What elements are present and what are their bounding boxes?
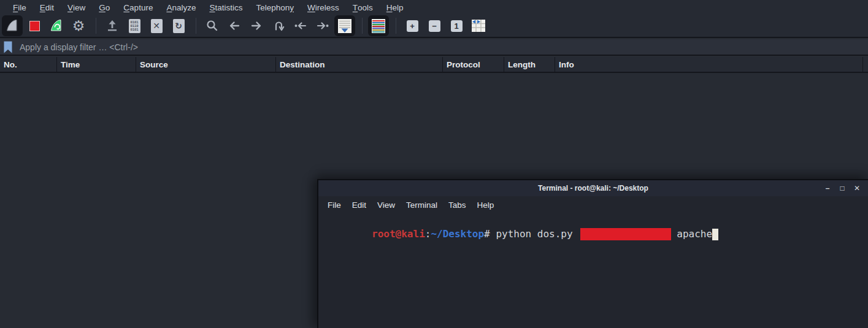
column-header-filler <box>863 57 868 72</box>
binary-file-icon: 010101100101 <box>129 19 140 33</box>
terminal-window: Terminal - root@kali: ~/Desktop – □ ✕ Fi… <box>317 179 868 328</box>
terminal-menu-tabs[interactable]: Tabs <box>443 196 472 213</box>
shark-fin-icon <box>4 18 20 33</box>
menu-view[interactable]: View <box>61 0 92 15</box>
minimize-icon[interactable]: – <box>820 180 835 196</box>
colorize-icon <box>371 18 386 34</box>
find-packet-button[interactable] <box>202 15 223 36</box>
arrow-to-end-icon <box>315 18 330 33</box>
column-header-protocol[interactable]: Protocol <box>443 57 504 72</box>
close-capture-button[interactable]: ✕ <box>146 15 167 36</box>
toolbar-separator <box>396 18 396 34</box>
terminal-menubar: File Edit View Terminal Tabs Help <box>318 196 868 213</box>
capture-options-button[interactable]: ⚙ <box>68 15 89 36</box>
arrow-to-start-icon <box>293 18 308 33</box>
display-filter-input[interactable] <box>13 39 868 55</box>
toolbar-separator <box>196 18 196 34</box>
last-packet-button[interactable] <box>312 15 333 36</box>
prompt-command: python dos.py <box>490 228 573 240</box>
jump-arrow-icon <box>271 18 286 33</box>
stop-capture-button[interactable] <box>24 15 45 36</box>
normal-size-button[interactable]: 1 <box>446 15 467 36</box>
open-capture-button[interactable] <box>102 15 123 36</box>
wireshark-menubar: File Edit View Go Capture Analyze Statis… <box>0 0 868 15</box>
auto-scroll-button[interactable] <box>334 15 355 36</box>
go-forward-button[interactable] <box>246 15 267 36</box>
reload-file-icon: ↻ <box>173 19 185 33</box>
toolbar-separator <box>362 18 363 34</box>
colorize-button[interactable] <box>368 15 389 36</box>
menu-statistics[interactable]: Statistics <box>202 0 249 15</box>
resize-columns-icon <box>470 18 486 33</box>
first-packet-button[interactable] <box>290 15 311 36</box>
packet-list-header: No. Time Source Destination Protocol Len… <box>0 57 868 73</box>
terminal-menu-help[interactable]: Help <box>472 196 500 213</box>
prompt-separator: : <box>425 228 431 240</box>
display-filter-bar <box>0 39 868 56</box>
prompt-path: ~/Desktop <box>431 228 484 240</box>
normal-size-icon: 1 <box>451 20 463 32</box>
prompt-line: root@kali:~/Desktop# python dos.py apach… <box>325 216 868 253</box>
prompt-symbol: # <box>484 228 490 240</box>
terminal-menu-view[interactable]: View <box>372 196 401 213</box>
desktop: File Edit View Go Capture Analyze Statis… <box>0 0 868 328</box>
restart-shark-fin-icon <box>48 18 64 33</box>
go-to-packet-button[interactable] <box>268 15 289 36</box>
close-file-icon: ✕ <box>151 19 163 33</box>
bookmark-icon[interactable] <box>2 40 13 54</box>
restart-capture-button[interactable] <box>46 15 67 36</box>
terminal-window-controls: – □ ✕ <box>820 180 864 196</box>
close-icon[interactable]: ✕ <box>850 180 864 196</box>
column-header-no[interactable]: No. <box>0 57 57 72</box>
redacted-argument-box <box>580 228 671 240</box>
auto-scroll-icon <box>337 18 352 34</box>
reload-capture-button[interactable]: ↻ <box>168 15 189 36</box>
terminal-menu-edit[interactable]: Edit <box>347 196 372 213</box>
menu-edit[interactable]: Edit <box>33 0 61 15</box>
zoom-in-button[interactable]: + <box>402 15 423 36</box>
arrow-right-icon <box>249 18 264 33</box>
menu-help[interactable]: Help <box>380 0 410 15</box>
wireshark-toolbar: ⚙ 010101100101 ✕ ↻ <box>0 15 868 38</box>
terminal-body[interactable]: root@kali:~/Desktop# python dos.py apach… <box>318 213 868 328</box>
column-header-time[interactable]: Time <box>57 57 136 72</box>
zoom-out-button[interactable]: − <box>424 15 445 36</box>
maximize-icon[interactable]: □ <box>835 180 850 196</box>
save-capture-button[interactable]: 010101100101 <box>124 15 145 36</box>
column-header-length[interactable]: Length <box>504 57 555 72</box>
menu-wireless[interactable]: Wireless <box>301 0 346 15</box>
zoom-in-icon: + <box>407 20 418 32</box>
start-capture-button[interactable] <box>2 15 23 36</box>
menu-tools[interactable]: Tools <box>346 0 380 15</box>
menu-go[interactable]: Go <box>92 0 117 15</box>
menu-capture[interactable]: Capture <box>117 0 159 15</box>
prompt-user: root@kali <box>372 228 425 240</box>
prompt-suffix: apache <box>671 228 712 240</box>
toolbar-separator <box>96 18 96 34</box>
terminal-titlebar[interactable]: Terminal - root@kali: ~/Desktop – □ ✕ <box>318 180 868 196</box>
arrow-left-icon <box>227 18 242 33</box>
column-header-destination[interactable]: Destination <box>276 57 443 72</box>
menu-file[interactable]: File <box>6 0 33 15</box>
terminal-title: Terminal - root@kali: ~/Desktop <box>538 184 648 193</box>
terminal-menu-terminal[interactable]: Terminal <box>401 196 443 213</box>
menu-telephony[interactable]: Telephony <box>249 0 301 15</box>
menu-analyze[interactable]: Analyze <box>159 0 202 15</box>
stop-icon <box>29 21 40 31</box>
terminal-cursor <box>712 229 718 240</box>
search-icon <box>205 18 220 33</box>
open-arrow-icon <box>105 18 120 33</box>
zoom-out-icon: − <box>429 20 440 32</box>
resize-columns-button[interactable] <box>468 15 489 36</box>
column-header-source[interactable]: Source <box>136 57 276 72</box>
gear-icon: ⚙ <box>72 19 85 33</box>
column-header-info[interactable]: Info <box>555 57 863 72</box>
go-back-button[interactable] <box>224 15 245 36</box>
terminal-menu-file[interactable]: File <box>322 196 347 213</box>
